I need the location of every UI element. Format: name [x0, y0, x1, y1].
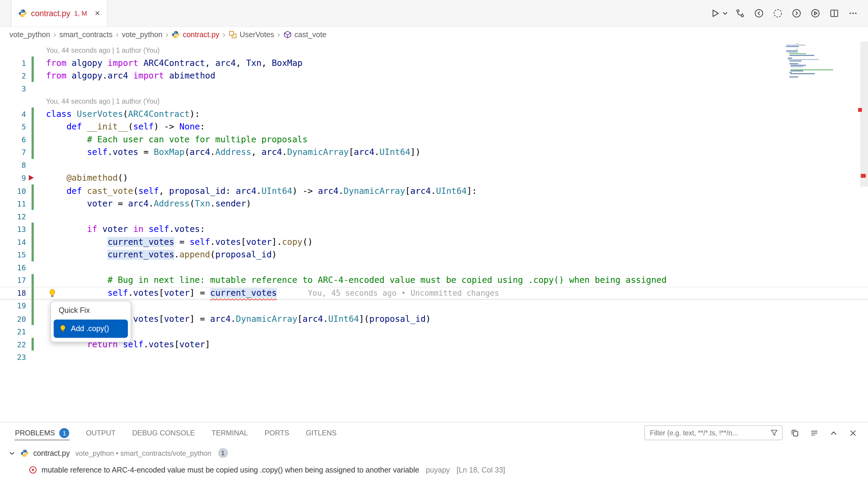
problems-filter[interactable] [644, 425, 783, 440]
code-text: # Bug in next line: mutable reference to… [46, 275, 666, 285]
panel-tab-debug-console[interactable]: DEBUG CONSOLE [124, 422, 203, 443]
gutter[interactable] [26, 159, 46, 172]
tab-filename: contract.py [31, 9, 70, 18]
code-line-1[interactable]: 1from algopy import ARC4Contract, arc4, … [0, 57, 868, 70]
code-line-13[interactable]: 13 if voter in self.votes: [0, 223, 868, 236]
next-change-button[interactable] [790, 6, 804, 20]
open-changes-button[interactable] [733, 6, 747, 20]
run-or-debug-button[interactable] [808, 6, 822, 20]
panel-tab-ports[interactable]: PORTS [256, 422, 298, 443]
code-line-14[interactable]: 14 current_votes = self.votes[voter].cop… [0, 236, 868, 248]
git-added-bar [31, 120, 33, 133]
panel-tab-gitlens[interactable]: GITLENS [298, 422, 345, 443]
gutter[interactable] [26, 95, 46, 108]
code-text: def __init__(self) -> None: [46, 122, 205, 132]
previous-change-button[interactable] [752, 6, 766, 20]
code-line-10[interactable]: 10 def cast_vote(self, proposal_id: arc4… [0, 184, 868, 197]
code-line-3[interactable]: 3 [0, 82, 868, 95]
gutter[interactable] [26, 236, 46, 248]
gutter[interactable] [26, 325, 46, 338]
problem-error-row[interactable]: mutable reference to ARC-4-encoded value… [0, 462, 868, 478]
line-number: 12 [0, 212, 26, 221]
lightbulb-icon[interactable] [48, 289, 57, 298]
gutter[interactable] [26, 107, 46, 120]
code-line-23[interactable]: 23 [0, 350, 868, 364]
gutter[interactable] [26, 210, 46, 223]
breadcrumb-item-vote-python[interactable]: vote_python [9, 30, 50, 39]
code-line-7[interactable]: 7 self.votes = BoxMap(arc4.Address, arc4… [0, 146, 868, 159]
bottom-panel: PROBLEMS1OUTPUTDEBUG CONSOLETERMINALPORT… [0, 422, 868, 492]
git-added-bar [31, 57, 33, 70]
codelens-row[interactable]: You, 44 seconds ago | 1 author (You) [0, 95, 868, 108]
maximize-panel-button[interactable] [826, 425, 841, 440]
minimap[interactable] [786, 43, 837, 79]
gutter[interactable] [26, 82, 46, 95]
overview-ruler-error-mark [858, 108, 862, 112]
code-line-16[interactable]: 16 [0, 261, 868, 274]
code-editor[interactable]: You, 44 seconds ago | 1 author (You)1fro… [0, 42, 868, 422]
code-line-2[interactable]: 2from algopy.arc4 import abimethod [0, 69, 868, 82]
code-line-4[interactable]: 4class UserVotes(ARC4Contract): [0, 107, 868, 120]
gutter[interactable] [26, 57, 46, 70]
codelens-row[interactable]: You, 44 seconds ago | 1 author (You) [0, 44, 868, 57]
code-text: voter = arc4.Address(Txn.sender) [46, 199, 251, 208]
panel-tab-label: TERMINAL [211, 429, 248, 437]
quick-fix-action-add-copy[interactable]: Add .copy() [54, 319, 128, 338]
breadcrumb-item-vote-python[interactable]: vote_python [122, 30, 162, 39]
code-line-5[interactable]: 5 def __init__(self) -> None: [0, 120, 868, 133]
code-line-15[interactable]: 15 current_votes.append(proposal_id) [0, 248, 868, 261]
tab-decoration: 1, M [74, 9, 87, 17]
more-actions-button[interactable] [846, 6, 860, 20]
run-dropdown-button[interactable] [721, 6, 729, 20]
gutter[interactable] [26, 287, 46, 300]
collapse-all-button[interactable] [788, 425, 802, 440]
code-line-11[interactable]: 11 voter = arc4.Address(Txn.sender) [0, 197, 868, 210]
panel-tab-terminal[interactable]: TERMINAL [203, 422, 256, 443]
gutter[interactable] [26, 44, 46, 57]
gutter[interactable] [26, 133, 46, 146]
gutter[interactable] [26, 261, 46, 274]
gutter[interactable] [26, 184, 46, 197]
split-editor-button[interactable] [827, 6, 841, 20]
gutter[interactable] [26, 248, 46, 261]
gutter[interactable] [26, 312, 46, 325]
gutter[interactable] [26, 120, 46, 133]
gutter[interactable] [26, 146, 46, 159]
code-line-12[interactable]: 12 [0, 210, 868, 223]
run-python-file-button[interactable] [708, 6, 722, 20]
editor-scrollbar[interactable] [860, 42, 868, 187]
gutter[interactable] [26, 350, 46, 364]
panel-tab-problems[interactable]: PROBLEMS1 [7, 422, 78, 443]
breadcrumb-separator-icon: › [223, 30, 225, 39]
gutter[interactable] [26, 338, 46, 351]
gutter[interactable] [26, 69, 46, 82]
panel-tab-output[interactable]: OUTPUT [78, 422, 124, 443]
code-line-8[interactable]: 8 [0, 159, 868, 172]
gutter[interactable] [26, 300, 46, 313]
line-number: 6 [0, 135, 26, 144]
breadcrumb-item-smart-contracts[interactable]: smart_contracts [59, 30, 112, 39]
problems-file-row[interactable]: contract.py vote_python • smart_contract… [0, 445, 868, 461]
tab-contract-py[interactable]: contract.py 1, M × [11, 0, 107, 27]
gutter[interactable] [26, 197, 46, 210]
breadcrumb-item-contract-py[interactable]: contract.py [172, 30, 219, 39]
code-line-18[interactable]: 18 self.votes[voter] = current_votesYou,… [0, 287, 868, 300]
chevron-down-icon[interactable] [8, 449, 16, 457]
gutter[interactable] [26, 223, 46, 236]
code-line-6[interactable]: 6 # Each user can vote for multiple prop… [0, 133, 868, 146]
close-panel-button[interactable] [846, 425, 860, 440]
inline-blame: You, 45 seconds ago • Uncommitted change… [308, 289, 499, 298]
close-tab-icon[interactable]: × [95, 9, 100, 18]
breadcrumb-label: vote_python [9, 30, 50, 39]
breadcrumb-item-uservotes[interactable]: UserVotes [229, 30, 274, 39]
view-as-table-button[interactable] [807, 425, 822, 440]
line-number: 5 [0, 123, 26, 131]
overview-ruler-error-mark [861, 174, 866, 178]
toggle-blame-button[interactable] [771, 6, 785, 20]
gutter[interactable] [26, 172, 46, 184]
code-line-9[interactable]: 9 @abimethod() [0, 172, 868, 184]
gutter[interactable] [26, 274, 46, 287]
filter-input[interactable] [650, 429, 768, 437]
breadcrumb-item-cast-vote[interactable]: cast_vote [283, 30, 327, 39]
code-line-17[interactable]: 17 # Bug in next line: mutable reference… [0, 274, 868, 287]
